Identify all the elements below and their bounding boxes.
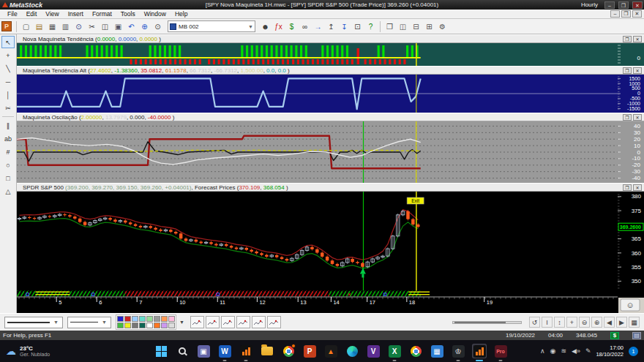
rectangle-tool[interactable]: □ — [1, 172, 15, 184]
tile-horizontal-icon[interactable]: ⊟ — [410, 20, 422, 33]
new-chart-icon[interactable]: ▢ — [20, 20, 32, 33]
weather-widget[interactable]: ☁ 23°C Ger. Nublado — [0, 345, 154, 357]
scroll-right-icon[interactable]: ▶ — [616, 317, 627, 328]
fit-vertical-icon[interactable]: ↕ — [554, 317, 565, 328]
color-swatch-5[interactable] — [154, 316, 160, 322]
chart-style-6-button[interactable] — [267, 316, 281, 328]
child-close-button[interactable]: ✕ — [632, 10, 642, 18]
app-status-icon[interactable]: ▤ — [632, 332, 641, 339]
downloader-icon[interactable]: ↧ — [338, 20, 351, 33]
chart-horizontal-scrollbar[interactable] — [452, 321, 522, 324]
paste-icon[interactable]: ▣ — [112, 20, 124, 33]
taskbar-visual-studio[interactable]: V — [366, 344, 381, 358]
delete-line-tool[interactable]: ✂ — [1, 102, 15, 114]
pan-icon[interactable]: + — [566, 317, 577, 328]
taskbar-chrome[interactable] — [281, 344, 296, 358]
presence-icon[interactable]: ◉ — [550, 347, 556, 355]
indicator-builder-icon[interactable]: ƒx — [272, 20, 285, 33]
cut-icon[interactable]: ✂ — [86, 20, 98, 33]
panel-close-button[interactable]: ✕ — [633, 114, 642, 121]
ellipse-tool[interactable]: ○ — [1, 159, 15, 171]
taskbar-file-explorer[interactable] — [260, 344, 274, 358]
open-chart-icon[interactable]: ▤ — [33, 20, 45, 33]
tile-grid-icon[interactable]: ⊞ — [423, 20, 435, 33]
taskbar-chrome-2[interactable] — [408, 344, 423, 358]
zoom-icon[interactable]: ⊙ — [72, 20, 85, 33]
taskbar-search[interactable] — [175, 344, 190, 358]
dollar-status-icon[interactable]: $ — [610, 332, 619, 339]
menu-format[interactable]: Format — [88, 10, 116, 19]
taskbar-word[interactable]: W — [217, 344, 232, 358]
color-swatch-2[interactable] — [132, 316, 138, 322]
crosshair-icon[interactable]: ⊕ — [138, 20, 151, 33]
hidden-icons-chevron[interactable]: ∧ — [540, 347, 545, 355]
triangle-tool[interactable]: △ — [1, 185, 15, 197]
menu-view[interactable]: View — [41, 10, 63, 19]
color-swatch-15[interactable] — [168, 323, 175, 328]
restore-button[interactable]: ❐ — [618, 1, 629, 9]
symbol-combo[interactable]: MB 002 ▼ — [168, 20, 255, 32]
menu-tools[interactable]: Tools — [116, 10, 140, 19]
taskbar-metastock-files[interactable] — [239, 344, 253, 358]
panel-close-button[interactable]: ✕ — [633, 184, 642, 191]
explorer-icon[interactable]: ∞ — [299, 20, 311, 33]
oscilacao-chart[interactable]: 403020100-10-20-30-40 — [17, 121, 644, 183]
color-swatch-12[interactable] — [146, 323, 153, 328]
notification-badge[interactable]: 1 — [629, 347, 638, 356]
preview-icon[interactable]: ⊡ — [351, 20, 364, 33]
menu-help[interactable]: Help — [171, 10, 192, 19]
pen-icon[interactable]: ✎ — [585, 347, 591, 355]
taskbar-teams-chat[interactable]: ▣ — [196, 344, 211, 358]
child-restore-button[interactable]: ❐ — [621, 10, 631, 18]
taskbar-excel[interactable]: X — [387, 344, 402, 358]
color-swatch-10[interactable] — [132, 323, 138, 328]
vertical-line-tool[interactable]: │ — [1, 88, 15, 101]
expert-advisor-icon[interactable]: ☻ — [259, 20, 272, 33]
crosshair-tool[interactable]: + — [1, 49, 15, 61]
zoom-in-icon[interactable]: ⊕ — [591, 317, 602, 328]
taskbar-start[interactable] — [154, 344, 168, 358]
volume-icon[interactable]: ◀» — [572, 347, 580, 355]
taskbar-clock[interactable]: 17:00 18/10/2022 — [596, 344, 624, 358]
taskbar-metastock[interactable] — [472, 344, 487, 358]
palette-dropdown-icon[interactable]: ▼ — [179, 320, 184, 325]
child-minimize-button[interactable]: – — [610, 10, 620, 18]
panel-restore-button[interactable]: ❐ — [623, 184, 632, 191]
taskbar-powerpoint[interactable]: P — [302, 344, 317, 358]
wifi-icon[interactable]: ≋ — [561, 347, 566, 355]
print-icon[interactable]: ▥ — [59, 20, 72, 33]
undo-icon[interactable]: ↶ — [125, 20, 138, 33]
close-button[interactable]: ✕ — [632, 1, 643, 9]
taskbar-game-app[interactable]: ♔ — [451, 344, 465, 358]
menu-edit[interactable]: Edit — [22, 10, 42, 19]
taskbar-pro-app[interactable]: Pro — [493, 344, 508, 358]
system-tester-icon[interactable]: $ — [285, 20, 298, 33]
zoom-out-icon[interactable]: ⊖ — [579, 317, 590, 328]
trendline-tool[interactable]: ╲ — [1, 62, 15, 75]
color-swatch-6[interactable] — [161, 316, 168, 322]
text-tool[interactable]: ab — [1, 132, 15, 145]
horizontal-line-tool[interactable]: ─ — [1, 75, 15, 88]
forecaster-icon[interactable]: → — [312, 20, 324, 33]
panel-restore-button[interactable]: ❐ — [623, 36, 632, 42]
panel-close-button[interactable]: ✕ — [633, 67, 642, 74]
taskbar-vlc[interactable]: ▲ — [323, 344, 338, 358]
tile-vertical-icon[interactable]: ◫ — [397, 20, 409, 33]
color-swatch-13[interactable] — [154, 323, 160, 328]
chart-style-1-button[interactable] — [190, 316, 204, 328]
layout-icon[interactable]: ▦ — [629, 317, 640, 328]
color-swatch-8[interactable] — [117, 323, 124, 328]
color-swatch-1[interactable] — [124, 316, 131, 322]
color-swatch-4[interactable] — [146, 316, 153, 322]
menu-file[interactable]: File — [3, 10, 22, 19]
pointer-tool[interactable]: ↖ — [1, 36, 15, 48]
uploader-icon[interactable]: ↥ — [325, 20, 337, 33]
panel-close-button[interactable]: ✕ — [633, 36, 642, 42]
grid-tool[interactable]: # — [1, 146, 15, 158]
zoom-area-icon[interactable]: ⊙ — [151, 20, 164, 33]
color-swatch-3[interactable] — [139, 316, 146, 322]
chart-style-3-button[interactable] — [221, 316, 235, 328]
panel-restore-button[interactable]: ❐ — [623, 67, 632, 74]
save-icon[interactable]: ▦ — [46, 20, 59, 33]
color-swatch-9[interactable] — [124, 323, 131, 328]
